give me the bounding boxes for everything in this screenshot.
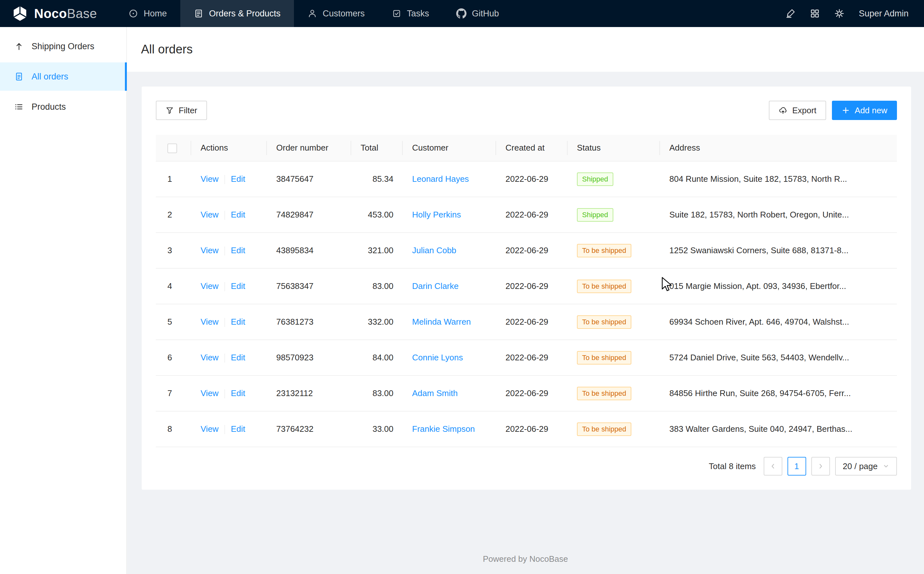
edit-link[interactable]: Edit: [231, 353, 245, 362]
sidebar-label-all-orders: All orders: [32, 72, 68, 82]
view-link[interactable]: View: [201, 281, 219, 291]
top-nav: Home Orders & Products Customers Tasks: [115, 0, 513, 27]
view-link[interactable]: View: [201, 210, 219, 219]
brand-name-bold: Noco: [34, 6, 67, 20]
edit-link[interactable]: Edit: [231, 246, 245, 255]
table-row: 2 ViewEdit 74829847 453.00 Holly Perkins…: [156, 197, 897, 233]
powered-by-text: Powered by NocoBase: [483, 554, 568, 564]
top-navbar: NocoBase Home Orders & Products Customer…: [0, 0, 924, 27]
select-all-checkbox[interactable]: [167, 144, 177, 153]
address-cell: 84856 Hirthe Run, Suite 268, 94754-6705,…: [660, 375, 897, 411]
row-index-cell: 2: [156, 197, 191, 233]
created-at-cell: 2022-06-29: [496, 197, 568, 233]
action-divider: [224, 425, 225, 434]
customer-link[interactable]: Connie Lyons: [412, 353, 463, 362]
total-cell: 84.00: [351, 340, 403, 375]
customer-cell: Leonard Hayes: [403, 161, 496, 197]
prev-page-button[interactable]: [764, 457, 782, 476]
view-link[interactable]: View: [201, 246, 219, 255]
gear-icon[interactable]: [834, 8, 845, 19]
export-icon: [779, 106, 788, 115]
nav-item-tasks[interactable]: Tasks: [378, 0, 443, 27]
order-number-cell: 23132112: [267, 375, 351, 411]
customer-link[interactable]: Melinda Warren: [412, 317, 471, 326]
highlight-icon[interactable]: [785, 8, 796, 19]
column-header-created-at: Created at: [496, 135, 568, 161]
content-area: Filter Export: [127, 72, 924, 574]
nav-item-customers[interactable]: Customers: [294, 0, 378, 27]
actions-cell: ViewEdit: [191, 268, 267, 304]
customer-link[interactable]: Adam Smith: [412, 388, 458, 398]
nav-label-home: Home: [144, 9, 167, 19]
sidebar-item-products[interactable]: Products: [0, 93, 126, 121]
edit-link[interactable]: Edit: [231, 210, 245, 219]
view-link[interactable]: View: [201, 388, 219, 398]
actions-cell: ViewEdit: [191, 375, 267, 411]
status-badge: To be shipped: [577, 315, 631, 329]
brand-logo[interactable]: NocoBase: [0, 0, 115, 27]
created-at-cell: 2022-06-29: [496, 304, 568, 340]
customer-cell: Adam Smith: [403, 375, 496, 411]
column-header-status: Status: [568, 135, 660, 161]
sidebar-item-shipping-orders[interactable]: Shipping Orders: [0, 32, 126, 60]
nav-label-customers: Customers: [322, 9, 365, 19]
table-row: 5 ViewEdit 76381273 332.00 Melinda Warre…: [156, 304, 897, 340]
customer-link[interactable]: Julian Cobb: [412, 246, 456, 255]
edit-link[interactable]: Edit: [231, 317, 245, 326]
page-number-button[interactable]: 1: [788, 457, 806, 476]
customer-link[interactable]: Leonard Hayes: [412, 174, 469, 184]
arrow-up-icon: [14, 41, 24, 51]
action-divider: [224, 390, 225, 398]
nav-item-home[interactable]: Home: [115, 0, 180, 27]
column-header-total: Total: [351, 135, 403, 161]
add-new-button[interactable]: Add new: [832, 101, 897, 120]
view-link[interactable]: View: [201, 424, 219, 434]
customer-link[interactable]: Darin Clarke: [412, 281, 459, 291]
edit-link[interactable]: Edit: [231, 174, 245, 184]
nav-item-github[interactable]: GitHub: [443, 0, 513, 27]
total-cell: 83.00: [351, 375, 403, 411]
tasks-icon: [392, 9, 401, 18]
page-size-select[interactable]: 20 / page: [835, 457, 897, 476]
sidebar-label-shipping-orders: Shipping Orders: [32, 41, 94, 52]
sidebar-item-all-orders[interactable]: All orders: [0, 62, 126, 91]
action-divider: [224, 246, 225, 255]
row-index-cell: 1: [156, 161, 191, 197]
action-divider: [224, 353, 225, 363]
blocks-icon[interactable]: [810, 8, 820, 19]
customer-cell: Holly Perkins: [403, 197, 496, 233]
next-page-button[interactable]: [811, 457, 830, 476]
status-cell: Shipped: [568, 197, 660, 233]
customer-cell: Julian Cobb: [403, 233, 496, 268]
user-menu[interactable]: Super Admin: [859, 9, 908, 19]
action-divider: [224, 175, 225, 184]
filter-icon: [166, 106, 174, 115]
edit-link[interactable]: Edit: [231, 281, 245, 291]
status-cell: To be shipped: [568, 304, 660, 340]
brand-name: NocoBase: [34, 6, 97, 21]
footer: Powered by NocoBase: [127, 554, 924, 573]
table-row: 7 ViewEdit 23132112 83.00 Adam Smith 202…: [156, 375, 897, 411]
customer-link[interactable]: Holly Perkins: [412, 210, 461, 219]
view-link[interactable]: View: [201, 174, 219, 184]
status-badge: To be shipped: [577, 280, 631, 293]
export-button[interactable]: Export: [769, 101, 826, 120]
view-link[interactable]: View: [201, 317, 219, 326]
customer-link[interactable]: Frankie Simpson: [412, 424, 475, 434]
edit-link[interactable]: Edit: [231, 424, 245, 434]
page-size-value: 20 / page: [843, 461, 878, 472]
filter-button[interactable]: Filter: [156, 101, 207, 120]
row-index-cell: 6: [156, 340, 191, 375]
table-row: 3 ViewEdit 43895834 321.00 Julian Cobb 2…: [156, 233, 897, 268]
list-icon: [14, 102, 24, 112]
edit-link[interactable]: Edit: [231, 388, 245, 398]
created-at-cell: 2022-06-29: [496, 268, 568, 304]
row-index: 5: [167, 317, 172, 326]
chevron-left-icon: [769, 462, 777, 470]
export-button-label: Export: [792, 106, 817, 115]
table-row: 4 ViewEdit 75638347 83.00 Darin Clarke 2…: [156, 268, 897, 304]
view-link[interactable]: View: [201, 353, 219, 362]
orders-card: Filter Export: [142, 87, 911, 490]
nav-item-orders-products[interactable]: Orders & Products: [180, 0, 294, 27]
action-divider: [224, 282, 225, 291]
